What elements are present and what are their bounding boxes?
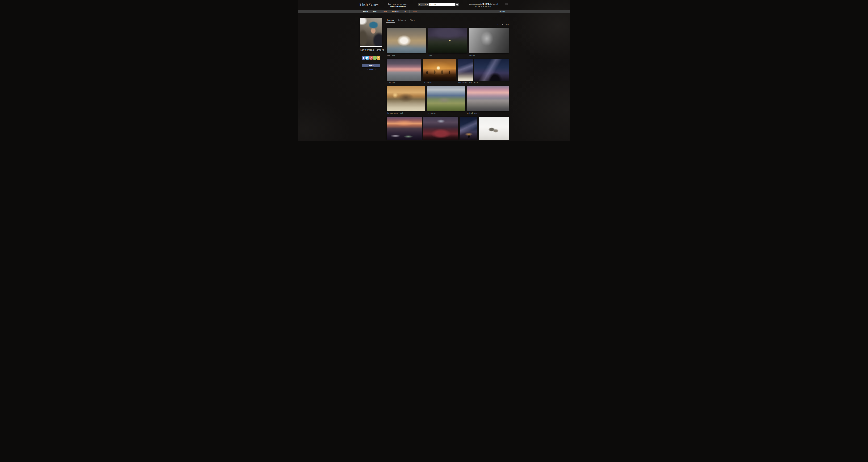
profile-photo[interactable] <box>360 18 382 47</box>
caret-down-icon <box>427 4 428 5</box>
site-owner-name: Lady with a Camera <box>360 48 378 52</box>
nav-item-images[interactable]: Images <box>379 10 390 13</box>
contact-button[interactable]: Contact <box>362 64 380 67</box>
gallery-row: Water Dance Home Shrimper <box>386 28 509 56</box>
stumbleupon-link[interactable]: su <box>373 56 376 60</box>
coupon-text-before: Use coupon code <box>469 3 482 5</box>
photo-the-sentinels[interactable]: The Sentinels <box>423 59 456 84</box>
google-plus-icon: g+ <box>370 57 372 59</box>
photo-those-summer-nights[interactable]: Those Summer Nights <box>386 117 422 142</box>
photo-image-the-drive-in[interactable] <box>424 117 459 140</box>
photo-caption: The Sharecropper Shack <box>386 112 421 114</box>
keyword-dropdown[interactable]: Keyword <box>418 3 429 6</box>
coupon-code: ABCXYZ <box>482 3 489 5</box>
nav-item-galleries[interactable]: Galleries <box>390 10 402 13</box>
photo-image-badlands-sunrise[interactable] <box>467 86 509 111</box>
gallery-row: Stormy Sunset The Sentinels Milky Way an… <box>386 59 509 84</box>
photo-caption: Milky Way and Cotton <box>458 82 471 84</box>
facebook-icon <box>363 57 364 59</box>
stumbleupon-icon: su <box>374 57 375 59</box>
photo-image-the-sharecropper-shack[interactable] <box>386 86 425 111</box>
profile-tabs: Images Galleries About <box>386 18 509 22</box>
photo-the-drive-in[interactable]: The Drive- In <box>424 117 459 142</box>
join-email-list-link[interactable]: Join E-Mail List <box>360 68 382 70</box>
social-links: g+ su <box>360 56 382 60</box>
pagination-next[interactable]: Next <box>505 24 509 25</box>
pinterest-icon <box>378 57 379 59</box>
cart-icon <box>504 3 508 7</box>
pagination: [ 1 ]2345Next <box>386 24 509 25</box>
photo-caption: Water Dance <box>386 54 422 56</box>
facebook-link[interactable] <box>362 56 365 60</box>
photo-caption: The Drive- In <box>424 141 455 142</box>
tab-about[interactable]: About <box>409 18 416 22</box>
photo-image-water-dance[interactable] <box>386 28 426 54</box>
twitter-icon <box>366 57 368 59</box>
twitter-link[interactable] <box>365 56 369 60</box>
sidebar-divider <box>360 72 382 72</box>
site-logo[interactable]: Eilish Palmer <box>359 2 379 6</box>
sidebar-divider <box>360 62 382 62</box>
page-background: Eilish Palmer Every purchase includes a … <box>298 0 570 142</box>
nav-item-home[interactable]: Home <box>361 10 370 13</box>
pagination-page-3[interactable]: 3 <box>500 24 501 25</box>
pagination-current-page: [ 1 ] <box>495 24 498 25</box>
search-icon <box>456 4 458 6</box>
gallery-row: The Sharecropper Shack Out to Pasture Ba… <box>386 86 509 114</box>
photo-caption: Cosmic Contemplation <box>460 141 476 142</box>
pagination-page-4[interactable]: 4 <box>502 24 503 25</box>
photo-milky-way-and-cotton[interactable]: Milky Way and Cotton <box>458 59 472 84</box>
sign-in-link[interactable]: Sign In <box>496 10 507 13</box>
photo-caption: Stormy Sunset <box>386 82 417 84</box>
photo-sacred[interactable]: Sacred <box>474 59 509 84</box>
photo-image-cosmic-contemplation[interactable] <box>460 117 477 140</box>
tab-galleries[interactable]: Galleries <box>397 18 407 22</box>
gallery-row: Those Summer Nights The Drive- In Cosmic… <box>386 117 509 142</box>
search-button[interactable] <box>455 3 459 6</box>
photo-image-sisters[interactable] <box>479 117 509 140</box>
photo-image-out-to-pasture[interactable] <box>427 86 465 111</box>
photo-image-stormy-sunset[interactable] <box>386 59 421 81</box>
photo-image-shrimper[interactable] <box>469 28 509 54</box>
tab-images[interactable]: Images <box>386 18 395 22</box>
photo-stormy-sunset[interactable]: Stormy Sunset <box>386 59 421 84</box>
photo-image-sacred[interactable] <box>474 59 509 81</box>
photo-image-the-sentinels[interactable] <box>423 59 456 81</box>
photo-gallery: Water Dance Home Shrimper Stormy Sunset <box>386 28 509 142</box>
photo-the-sharecropper-shack[interactable]: The Sharecropper Shack <box>386 86 425 114</box>
photo-shrimper[interactable]: Shrimper <box>469 28 509 56</box>
nav-item-shop[interactable]: Shop <box>370 10 379 13</box>
photo-cosmic-contemplation[interactable]: Cosmic Contemplation <box>460 117 477 142</box>
site-header: Eilish Palmer Every purchase includes a … <box>298 0 570 10</box>
photo-image-milky-way-and-cotton[interactable] <box>458 59 472 81</box>
photo-caption: Those Summer Nights <box>386 141 418 142</box>
money-back-guarantee-link[interactable]: money-back guarantee <box>389 5 406 7</box>
search-input[interactable] <box>429 3 455 6</box>
pagination-page-2[interactable]: 2 <box>499 24 500 25</box>
photo-home[interactable]: Home <box>428 28 467 56</box>
photo-sisters[interactable]: Sisters <box>479 117 509 142</box>
google-plus-link[interactable]: g+ <box>369 56 373 60</box>
photo-image-those-summer-nights[interactable] <box>386 117 422 140</box>
nav-item-contact[interactable]: Contact <box>409 10 421 13</box>
nav-item-info[interactable]: Info <box>402 10 409 13</box>
pinterest-link[interactable] <box>377 56 380 60</box>
pagination-page-5[interactable]: 5 <box>503 24 504 25</box>
keyword-dropdown-label: Keyword <box>419 4 426 6</box>
nav-items: Home Shop Images Galleries Info Contact <box>361 10 421 13</box>
photo-badlands-sunrise[interactable]: Badlands Sunrise <box>467 86 509 114</box>
coupon-promo: Use coupon code ABCXYZ at checkout for a… <box>468 3 499 8</box>
photo-caption: Home <box>428 54 463 56</box>
photo-caption: Sisters <box>479 141 506 142</box>
guarantee-text-after: ! <box>406 5 406 7</box>
cart-button[interactable] <box>504 3 508 7</box>
main-content: Images Galleries About [ 1 ]2345Next Wat… <box>386 18 509 142</box>
guarantee-promo: Every purchase includes a money-back gua… <box>386 3 410 8</box>
photo-caption: Badlands Sunrise <box>467 112 505 114</box>
photo-caption: Shrimper <box>469 54 505 56</box>
photo-caption: Sacred <box>474 82 505 84</box>
photo-image-home[interactable] <box>428 28 467 54</box>
photo-water-dance[interactable]: Water Dance <box>386 28 426 56</box>
photo-out-to-pasture[interactable]: Out to Pasture <box>427 86 465 114</box>
profile-sidebar: Lady with a Camera g+ su <box>360 18 382 72</box>
